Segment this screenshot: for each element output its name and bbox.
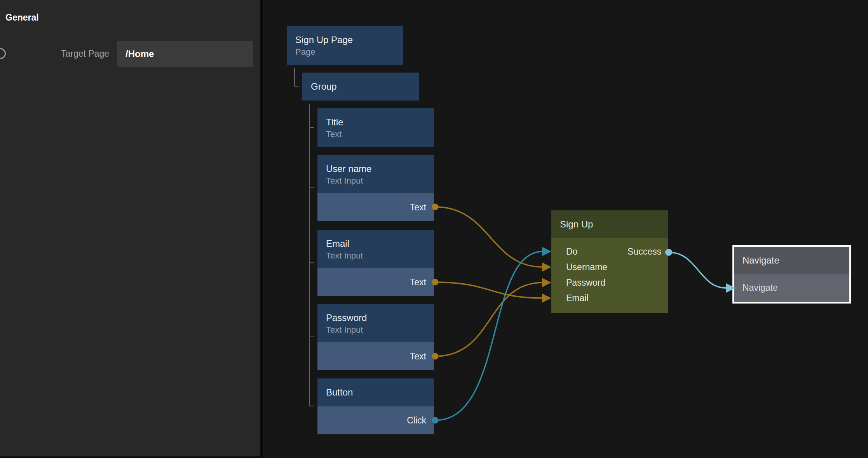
node-header: Sign Up Page Page — [287, 26, 403, 65]
app-window: General Target Page /Home Sign Up Page P… — [0, 0, 868, 458]
output-port-text[interactable]: Text — [317, 193, 434, 221]
node-header: Title Text — [317, 108, 434, 147]
node-title: Sign Up Page — [295, 34, 403, 46]
port-label: Click — [407, 406, 434, 434]
output-port-text[interactable]: Text — [317, 268, 434, 296]
node-title: Sign Up — [560, 210, 668, 238]
node-header: Button — [317, 378, 434, 406]
node-header: Email Text Input — [317, 230, 434, 268]
node-header: User name Text Input — [317, 155, 434, 193]
node-title: Group — [311, 73, 419, 101]
tree-node-title[interactable]: Title Text — [317, 108, 434, 147]
logic-node-navigate-selected[interactable]: Navigate Navigate — [732, 245, 851, 304]
target-page-input[interactable]: /Home — [117, 41, 253, 67]
node-header: Password Text Input — [317, 304, 434, 342]
tree-node-email[interactable]: Email Text Input Text — [317, 230, 434, 296]
node-header: Sign Up — [551, 210, 668, 238]
logic-node-sign-up[interactable]: Sign Up Do Success Username Password Ema… — [551, 210, 668, 313]
node-subtitle: Text Input — [326, 324, 434, 336]
node-ports: Do Success Username Password Email — [551, 238, 668, 313]
node-title: Email — [326, 238, 434, 250]
node-subtitle: Text Input — [326, 175, 434, 187]
node-title: Navigate — [734, 247, 849, 274]
node-subtitle: Page — [295, 46, 403, 58]
tree-node-sign-up-page[interactable]: Sign Up Page Page — [287, 26, 403, 65]
node-title: Title — [326, 116, 434, 128]
port-label: Do — [566, 246, 577, 257]
node-title: User name — [326, 163, 434, 175]
port-label: Text — [410, 342, 434, 370]
input-port-do[interactable]: Do Success — [551, 244, 668, 259]
node-title: Password — [326, 312, 434, 324]
tree-node-user-name[interactable]: User name Text Input Text — [317, 155, 434, 221]
properties-panel: General Target Page /Home — [0, 0, 260, 456]
output-port-success[interactable]: Success — [627, 244, 661, 259]
target-page-label: Target Page — [23, 49, 109, 59]
tree-node-group[interactable]: Group — [302, 73, 419, 101]
port-label: Username — [566, 262, 607, 272]
tree-node-password[interactable]: Password Text Input Text — [317, 304, 434, 370]
output-port-click[interactable]: Click — [317, 406, 434, 434]
input-port-navigate[interactable]: Navigate — [734, 274, 849, 302]
port-label: Text — [410, 268, 434, 296]
node-subtitle: Text — [326, 128, 434, 140]
panel-section-title: General — [5, 12, 39, 23]
tree-node-button[interactable]: Button Click — [317, 378, 434, 434]
input-port-password[interactable]: Password — [551, 275, 668, 290]
node-header: Group — [302, 73, 419, 101]
input-port-email[interactable]: Email — [551, 290, 668, 306]
output-port-text[interactable]: Text — [317, 342, 434, 370]
node-title: Button — [326, 378, 434, 406]
port-label: Email — [566, 293, 589, 303]
node-subtitle: Text Input — [326, 250, 434, 262]
port-label: Text — [410, 193, 434, 221]
connector-circle-icon — [0, 48, 6, 59]
port-label: Password — [566, 278, 605, 288]
input-port-username[interactable]: Username — [551, 259, 668, 275]
